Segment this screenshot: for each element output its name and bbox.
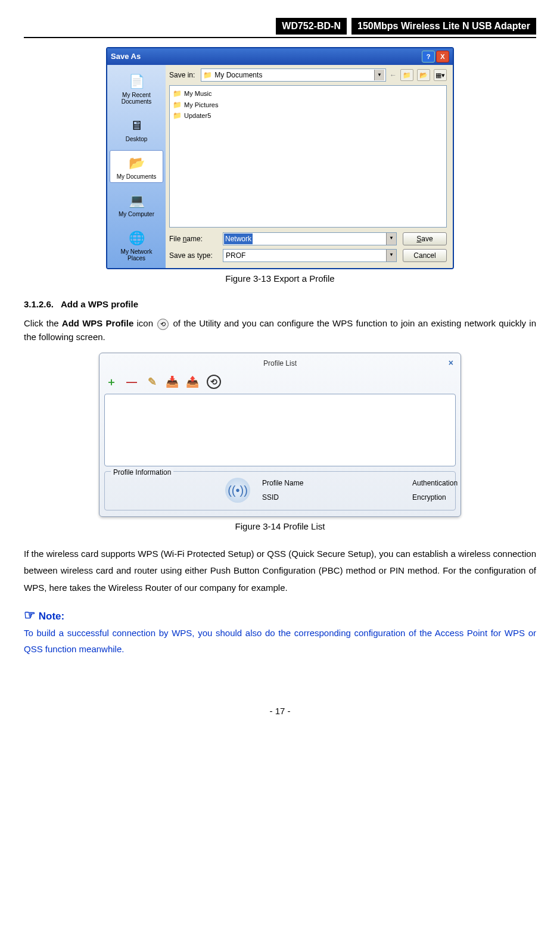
page-header: WD752-BD-N 150Mbps Wireless Lite N USB A… [24, 18, 536, 38]
folder-icon: 📁 [203, 70, 212, 80]
save-as-type-combo[interactable]: ▼ [223, 249, 397, 262]
header-model: WD752-BD-N [276, 18, 347, 35]
profile-list-window: Profile List × ＋ — ✎ 📥 📤 ⟲ Profile Infor… [99, 353, 461, 517]
folder-icon: 📁 [172, 101, 182, 109]
folder-icon: 📁 [172, 89, 182, 98]
list-item[interactable]: 📁My Pictures [172, 99, 444, 111]
view-menu-button[interactable]: ▦▾ [434, 69, 447, 81]
section-heading: 3.1.2.6. Add a WPS profile [24, 298, 536, 312]
cancel-button[interactable]: Cancel [403, 249, 447, 262]
encryption-label: Encryption [412, 492, 448, 503]
place-recent-documents[interactable]: 📄My Recent Documents [110, 68, 163, 108]
header-product-title: 150Mbps Wireless Lite N USB Adapter [351, 18, 536, 35]
dialog-title: Save As [111, 51, 141, 63]
folder-icon: 📁 [172, 111, 182, 120]
remove-icon[interactable]: — [126, 376, 138, 388]
edit-icon[interactable]: ✎ [146, 376, 158, 388]
place-network-places[interactable]: 🌐My Network Places [110, 225, 163, 264]
profile-name-label: Profile Name [262, 478, 400, 488]
save-button[interactable]: Save [403, 232, 447, 245]
place-my-documents[interactable]: 📂My Documents [110, 150, 163, 183]
save-in-label: Save in: [169, 70, 195, 80]
profile-list-title: Profile List [263, 358, 297, 369]
close-button[interactable]: X [436, 51, 449, 63]
note-body: To build a successful connection by WPS,… [24, 625, 536, 657]
add-icon[interactable]: ＋ [105, 376, 117, 388]
export-icon[interactable]: 📤 [186, 376, 198, 388]
chevron-down-icon[interactable]: ▼ [386, 233, 396, 245]
profile-toolbar: ＋ — ✎ 📥 📤 ⟲ [104, 372, 456, 391]
help-button[interactable]: ? [422, 51, 435, 63]
save-in-combo[interactable]: 📁 My Documents ▼ [201, 68, 386, 82]
up-one-level-button[interactable]: 📁 [400, 69, 413, 81]
dialog-titlebar: Save As ? X [107, 48, 453, 65]
list-item[interactable]: 📁My Music [172, 88, 444, 99]
my-documents-icon: 📂 [127, 153, 146, 172]
new-folder-button[interactable]: 📂 [417, 69, 430, 81]
chevron-down-icon[interactable]: ▼ [374, 70, 384, 80]
place-desktop[interactable]: 🖥Desktop [110, 113, 163, 145]
wps-refresh-icon: ⟲ [157, 319, 169, 330]
chevron-down-icon[interactable]: ▼ [386, 250, 396, 261]
paragraph: Click the Add WPS Profile icon ⟲ of the … [24, 317, 536, 344]
save-as-dialog: Save As ? X 📄My Recent Documents 🖥Deskto… [106, 47, 454, 269]
save-in-value: My Documents [214, 70, 374, 80]
figure-caption: Figure 3-13 Export a Profile [24, 272, 536, 286]
note-heading: ☞ Note: [24, 605, 536, 625]
back-arrow-icon[interactable]: ← [390, 70, 397, 80]
pointing-hand-icon: ☞ [24, 608, 36, 622]
my-computer-icon: 💻 [127, 191, 146, 210]
close-icon[interactable]: × [449, 357, 453, 369]
paragraph: If the wireless card supports WPS (Wi-Fi… [24, 546, 536, 597]
network-places-icon: 🌐 [127, 228, 146, 247]
wps-icon[interactable]: ⟲ [207, 375, 221, 389]
list-item[interactable]: 📁Updater5 [172, 110, 444, 122]
file-list[interactable]: 📁My Music 📁My Pictures 📁Updater5 [169, 85, 447, 228]
desktop-icon: 🖥 [127, 116, 146, 135]
import-icon[interactable]: 📥 [166, 376, 178, 388]
page-number: - 17 - [24, 705, 536, 718]
save-as-type-label: Save as type: [169, 250, 217, 261]
profile-listbox[interactable] [104, 394, 456, 466]
signal-icon: ((•)) [225, 478, 250, 503]
figure-caption: Figure 3-14 Profile List [24, 520, 536, 534]
recent-documents-icon: 📄 [127, 71, 146, 91]
profile-information-group: Profile Information Profile Name Authent… [104, 471, 456, 510]
place-my-computer[interactable]: 💻My Computer [110, 188, 163, 220]
file-name-input[interactable]: Network▼ [223, 232, 397, 245]
ssid-label: SSID [262, 492, 400, 503]
authentication-label: Authentication [412, 478, 448, 488]
file-name-label: File name: [169, 233, 217, 244]
places-sidebar: 📄My Recent Documents 🖥Desktop 📂My Docume… [107, 65, 166, 268]
